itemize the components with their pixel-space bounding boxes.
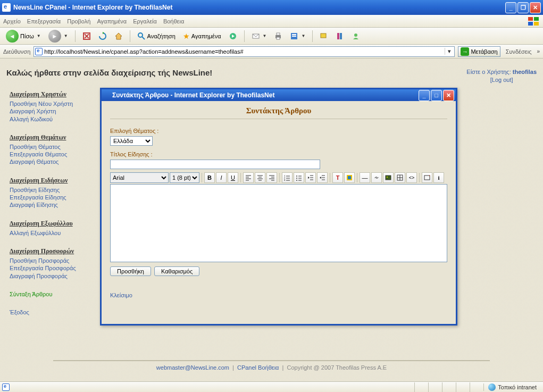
rte-table-button[interactable] [395, 172, 405, 183]
links-label[interactable]: Συνδέσεις [506, 48, 532, 55]
sidebar-link[interactable]: Επεξεργασία Προσφοράς [10, 264, 100, 272]
menu-favorites[interactable]: Αγαπημένα [97, 18, 127, 24]
sidebar-link[interactable]: Προσθήκη Νέου Χρήστη [10, 100, 100, 107]
separator [202, 173, 202, 182]
preview-icon [424, 174, 430, 181]
edit-icon [290, 32, 298, 40]
logout-link[interactable]: Log out [492, 77, 512, 83]
rte-italic-button[interactable]: I [216, 172, 227, 183]
search-icon [137, 32, 146, 40]
popup-close-button[interactable]: ✕ [443, 90, 454, 101]
print-button[interactable] [271, 30, 285, 42]
status-security-zone[interactable]: Τοπικό intranet [483, 383, 541, 391]
address-label: Διεύθυνση [3, 48, 30, 55]
menu-tools[interactable]: Εργαλεία [133, 18, 157, 24]
topic-select[interactable]: Ελλάδα [110, 136, 153, 146]
window-minimize-button[interactable]: _ [505, 2, 516, 13]
rte-align-right-button[interactable] [266, 172, 277, 183]
go-arrow-icon: → [461, 47, 469, 56]
rte-image-button[interactable] [383, 172, 394, 183]
rte-align-center-button[interactable] [255, 172, 265, 183]
svg-rect-16 [277, 37, 280, 39]
rte-font-select[interactable]: Arial [110, 172, 169, 183]
clear-button[interactable]: Καθαρισμός [154, 266, 199, 276]
rte-bold-button[interactable]: B [204, 172, 215, 183]
title-input[interactable] [110, 160, 320, 169]
svg-rect-58 [386, 176, 391, 180]
menu-help[interactable]: Βοήθεια [163, 18, 184, 24]
go-label: Μετάβαση [471, 48, 497, 55]
mail-button[interactable]: ▼ [249, 30, 270, 42]
sidebar-link[interactable]: Αλλαγή Εξωφύλλου [10, 229, 100, 237]
chevron-right-icon[interactable]: » [537, 48, 540, 54]
address-input[interactable] [44, 48, 445, 55]
zone-label: Τοπικό intranet [498, 384, 537, 390]
separator [419, 173, 420, 182]
popup-maximize-button[interactable]: □ [431, 90, 442, 101]
sidebar-link[interactable]: Διαγραφή Χρήστη [10, 107, 100, 115]
bgcolor-icon [346, 174, 353, 181]
rte-ordered-list-button[interactable]: 123 [282, 172, 293, 183]
stop-button[interactable] [80, 30, 94, 42]
sidebar-link[interactable]: Επεξεργασία Είδησης [10, 194, 100, 201]
rte-unordered-list-button[interactable] [294, 172, 304, 183]
favorites-button[interactable]: ★ Αγαπημένα [180, 30, 224, 42]
footer-help-link[interactable]: CPanel Βοήθεια [237, 364, 279, 371]
italic-icon: I [220, 174, 222, 181]
rte-link-button[interactable] [371, 172, 382, 183]
sidebar-link[interactable]: Διαγραφή Προσφοράς [10, 272, 100, 280]
home-button[interactable] [112, 30, 126, 42]
rte-outdent-button[interactable] [305, 172, 316, 183]
search-button[interactable]: Αναζήτηση [135, 30, 178, 42]
add-button[interactable]: Προσθήκη [110, 266, 151, 276]
sidebar-link[interactable]: Προσθήκη Είδησης [10, 186, 100, 194]
page-content: Καλώς ήρθατε στην σελίδα διαχείρισης τής… [0, 59, 543, 381]
svg-marker-48 [308, 177, 310, 179]
status-cell [414, 382, 428, 392]
user-label: Είστε ο Χρήστης: [466, 69, 511, 75]
rte-align-left-button[interactable] [243, 172, 254, 183]
sidebar-exit-link[interactable]: Έξοδος [10, 308, 100, 316]
messenger-button[interactable] [349, 30, 363, 42]
rte-source-button[interactable]: <> [406, 172, 417, 183]
menu-view[interactable]: Προβολή [67, 18, 90, 24]
sidebar-link[interactable]: Διαγραφή Θέματος [10, 158, 100, 165]
nav-back-button[interactable]: ◄ Πίσω ▼ [3, 28, 44, 44]
sidebar-link[interactable]: Διαγραφή Είδησης [10, 201, 100, 208]
edit-button[interactable]: ▼ [287, 30, 308, 42]
rte-indent-button[interactable] [317, 172, 328, 183]
rte-preview-button[interactable] [422, 172, 432, 183]
menu-edit[interactable]: Επεξεργασία [27, 18, 61, 24]
menu-file[interactable]: Αρχείο [3, 18, 21, 24]
nav-forward-button[interactable]: ► ▼ [46, 28, 71, 44]
align-center-icon [257, 174, 263, 181]
rte-help-button[interactable]: i [433, 172, 444, 183]
rte-editor[interactable] [110, 184, 447, 262]
status-cell [442, 382, 456, 392]
rte-size-select[interactable]: 1 (8 pt) [170, 172, 199, 183]
messenger-icon [352, 32, 360, 40]
sidebar-link[interactable]: Προσθήκη Προσφοράς [10, 257, 100, 264]
sidebar-link[interactable]: Επεξεργασία Θέματος [10, 151, 100, 158]
go-button[interactable]: → Μετάβαση [458, 46, 500, 57]
footer-webmaster-link[interactable]: webmaster@NewsLine.com [156, 364, 229, 371]
window-close-button[interactable]: ✕ [530, 2, 541, 13]
sidebar-link[interactable]: Προσθήκη Θέματος [10, 143, 100, 151]
sidebar-compose-link[interactable]: Σύνταξη Άρθρου [10, 290, 100, 298]
rte-hr-button[interactable]: — [360, 172, 370, 183]
sidebar-link[interactable]: Αλλαγή Κωδικού [10, 115, 100, 123]
svg-rect-1 [534, 17, 539, 21]
address-input-wrap[interactable]: ▾ [34, 46, 455, 57]
discuss-button[interactable] [317, 30, 331, 42]
research-button[interactable] [333, 30, 347, 42]
refresh-button[interactable] [96, 30, 110, 42]
window-restore-button[interactable]: ❐ [517, 2, 529, 13]
popup-minimize-button[interactable]: _ [419, 90, 430, 101]
rte-underline-button[interactable]: U [228, 172, 238, 183]
popup-close-link[interactable]: Κλείσιμο [110, 292, 132, 298]
page-title: Καλώς ήρθατε στην σελίδα διαχείρισης τής… [6, 68, 212, 77]
rte-bgcolor-button[interactable] [344, 172, 355, 183]
address-dropdown[interactable]: ▾ [445, 48, 453, 55]
rte-textcolor-button[interactable]: T [332, 172, 343, 183]
media-button[interactable] [226, 30, 240, 42]
